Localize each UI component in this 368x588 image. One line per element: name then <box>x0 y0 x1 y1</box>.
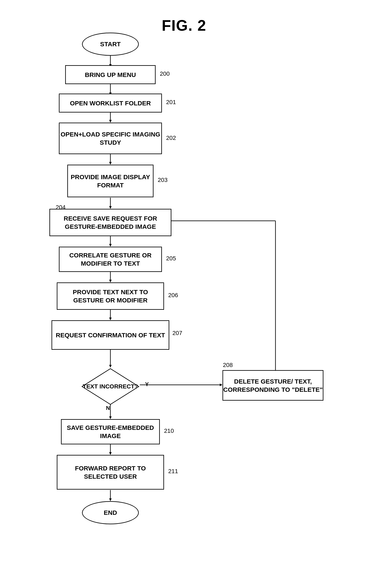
ref-211: 211 <box>168 468 178 475</box>
arrows-svg <box>0 0 368 564</box>
flowchart: FIG. 2 <box>0 0 368 564</box>
ref-200: 200 <box>160 70 170 77</box>
n211-box: FORWARD REPORT TO SELECTED USER <box>57 455 164 490</box>
page-title: FIG. 2 <box>0 4 368 43</box>
n205-box: CORRELATE GESTURE OR MODIFIER TO TEXT <box>59 247 162 272</box>
ref-204: 204 <box>56 204 66 211</box>
ref-203: 203 <box>158 177 168 183</box>
ref-207: 207 <box>172 330 182 337</box>
yes-label: Y <box>145 381 149 388</box>
svg-marker-28 <box>109 498 112 501</box>
ref-201: 201 <box>166 99 176 106</box>
n201-box: OPEN WORKLIST FOLDER <box>59 94 162 112</box>
svg-marker-9 <box>109 206 112 209</box>
end-node: END <box>82 501 139 524</box>
n208-box: DELETE GESTURE/ TEXT, CORRESPONDING TO "… <box>222 370 323 401</box>
n207-box: REQUEST CONFIRMATION OF TEXT <box>52 320 169 350</box>
ref-208: 208 <box>223 362 233 368</box>
svg-marker-19 <box>220 384 222 386</box>
n204-box: RECEIVE SAVE REQUEST FOR GESTURE-EMBEDDE… <box>49 209 171 236</box>
svg-marker-26 <box>109 452 112 455</box>
svg-marker-11 <box>109 244 112 247</box>
ref-206: 206 <box>168 292 178 299</box>
svg-marker-13 <box>109 280 112 282</box>
n202-box: OPEN+LOAD SPECIFIC IMAGING STUDY <box>59 123 162 154</box>
svg-marker-7 <box>109 162 112 165</box>
n200-box: BRING UP MENU <box>65 65 156 84</box>
svg-marker-5 <box>109 120 112 123</box>
start-node: START <box>82 33 139 56</box>
n206-box: PROVIDE TEXT NEXT TO GESTURE OR MODIFIER <box>57 282 164 310</box>
diamond-node: TEXT INCORRECT? <box>81 368 140 405</box>
n203-box: PROVIDE IMAGE DISPLAY FORMAT <box>67 165 154 197</box>
ref-202: 202 <box>166 135 176 141</box>
svg-marker-17 <box>109 365 112 368</box>
svg-marker-15 <box>109 318 112 320</box>
no-label: N <box>106 405 110 411</box>
ref-205: 205 <box>166 255 176 262</box>
ref-210: 210 <box>164 428 174 434</box>
n210-box: SAVE GESTURE-EMBEDDED IMAGE <box>61 419 160 444</box>
svg-marker-24 <box>109 416 112 419</box>
